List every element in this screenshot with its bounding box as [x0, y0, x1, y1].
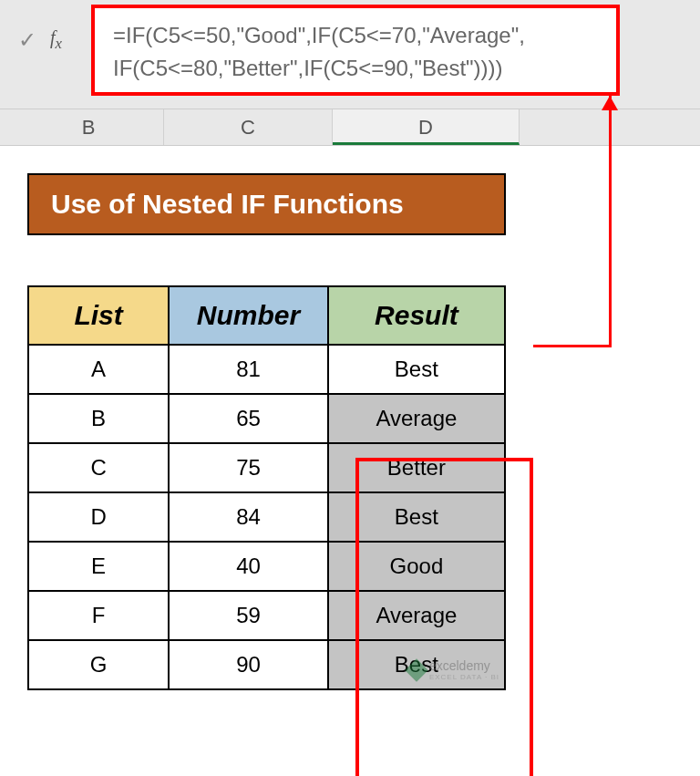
watermark-text: exceldemy EXCEL DATA · BI [429, 658, 499, 681]
number-cell[interactable]: 65 [169, 394, 328, 443]
fx-icon[interactable]: fx [50, 27, 62, 53]
number-cell[interactable]: 59 [169, 591, 328, 640]
arrow-head-icon [602, 96, 618, 110]
number-cell[interactable]: 75 [169, 443, 328, 492]
number-cell[interactable]: 84 [169, 492, 328, 542]
formula-text-line1: =IF(C5<=50,"Good",IF(C5<=70,"Average", [113, 19, 598, 52]
list-cell[interactable]: D [28, 492, 169, 542]
list-cell[interactable]: F [28, 591, 169, 640]
formula-bar-area: ✓ fx =IF(C5<=50,"Good",IF(C5<=70,"Averag… [0, 0, 700, 109]
arrow-horizontal-line [533, 345, 612, 347]
watermark-icon [405, 658, 427, 681]
watermark-tagline: EXCEL DATA · BI [429, 673, 499, 681]
list-cell[interactable]: A [28, 345, 169, 394]
watermark: exceldemy EXCEL DATA · BI [408, 658, 499, 681]
list-cell[interactable]: C [28, 443, 169, 492]
list-cell[interactable]: B [28, 394, 169, 443]
header-number[interactable]: Number [169, 286, 328, 345]
table-row: A81Best [28, 345, 505, 394]
enter-check-icon[interactable]: ✓ [18, 27, 36, 53]
number-cell[interactable]: 40 [169, 542, 328, 591]
formula-input-box[interactable]: =IF(C5<=50,"Good",IF(C5<=70,"Average", I… [91, 5, 620, 96]
formula-text-line2: IF(C5<=80,"Better",IF(C5<=90,"Best")))) [113, 52, 598, 85]
result-cell[interactable]: Best [328, 345, 505, 394]
list-cell[interactable]: E [28, 542, 169, 591]
result-cell[interactable]: Best [328, 492, 505, 542]
data-table: List Number Result A81BestB65AverageC75B… [27, 285, 506, 690]
result-cell[interactable]: Average [328, 591, 505, 640]
header-list[interactable]: List [28, 286, 169, 345]
table-row: D84Best [28, 492, 505, 542]
watermark-brand: exceldemy [429, 658, 490, 673]
worksheet-content: Use of Nested IF Functions List Number R… [0, 146, 700, 690]
number-cell[interactable]: 81 [169, 345, 328, 394]
title-banner: Use of Nested IF Functions [27, 173, 506, 235]
list-cell[interactable]: G [28, 640, 169, 689]
result-cell[interactable]: Better [328, 443, 505, 492]
column-headers-row: B C D [0, 109, 700, 146]
number-cell[interactable]: 90 [169, 640, 328, 689]
result-cell[interactable]: Average [328, 394, 505, 443]
column-header-B[interactable]: B [14, 109, 164, 145]
table-header-row: List Number Result [28, 286, 505, 345]
column-header-C[interactable]: C [164, 109, 333, 145]
table-row: F59Average [28, 591, 505, 640]
formula-controls: ✓ fx [18, 27, 62, 53]
arrow-vertical-line [609, 96, 612, 347]
result-cell[interactable]: Good [328, 542, 505, 591]
table-row: E40Good [28, 542, 505, 591]
table-row: C75Better [28, 443, 505, 492]
column-header-D[interactable]: D [333, 109, 520, 145]
table-row: B65Average [28, 394, 505, 443]
table-body: A81BestB65AverageC75BetterD84BestE40Good… [28, 345, 505, 689]
header-result[interactable]: Result [328, 286, 505, 345]
